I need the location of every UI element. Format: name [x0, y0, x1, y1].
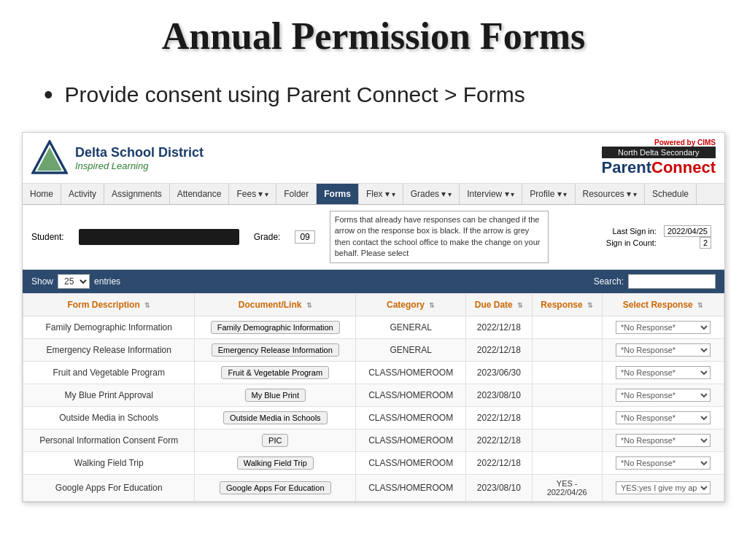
powered-by-text: Powered by CIMS [602, 139, 716, 147]
cell-doc-link: Google Apps For Education [195, 474, 356, 501]
nav-item-grades[interactable]: Grades ▾ [403, 184, 460, 204]
cell-response [532, 451, 602, 474]
entries-label: entries [94, 276, 120, 287]
table-row: Personal Information Consent FormPICCLAS… [23, 429, 724, 451]
signin-info: Last Sign in: 2022/04/25 Sign in Count: … [602, 225, 716, 249]
nav-item-flex[interactable]: Flex ▾ [359, 184, 403, 204]
cell-due-date: 2023/08/10 [466, 474, 532, 501]
subtitle-text: Provide consent using Parent Connect > F… [65, 82, 525, 107]
cell-doc-link: My Blue Print [195, 384, 356, 406]
response-select[interactable]: YES:yes I give my approval [616, 481, 711, 494]
signin-count-label: Sign in Count: [603, 238, 659, 248]
school-logo: Delta School District Inspired Learning [31, 140, 204, 176]
cell-category: CLASS/HOMEROOM [356, 429, 466, 451]
nav-item-profile[interactable]: Profile ▾ [522, 184, 575, 204]
col-select-response[interactable]: Select Response ⇅ [602, 293, 724, 316]
cell-category: GENERAL [356, 316, 466, 338]
cell-form-desc: Outside Media in Schools [23, 406, 195, 429]
doc-link-button[interactable]: Emergency Release Information [212, 343, 339, 357]
nav-item-forms[interactable]: Forms [317, 184, 359, 204]
col-due-date[interactable]: Due Date ⇅ [466, 293, 532, 316]
doc-link-button[interactable]: Fruit & Vegetable Program [221, 366, 329, 379]
cell-form-desc: My Blue Print Approval [23, 384, 195, 406]
doc-link-button[interactable]: Walking Field Trip [237, 456, 314, 470]
table-row: My Blue Print ApprovalMy Blue PrintCLASS… [23, 384, 724, 406]
col-form-desc[interactable]: Form Description ⇅ [23, 293, 195, 316]
show-entries-select[interactable]: 25 10 50 [58, 274, 90, 289]
student-bar: Student: Grade: 09 Forms that already ha… [23, 205, 724, 270]
cell-form-desc: Emergency Release Information [23, 338, 195, 361]
bullet-icon: • [44, 79, 53, 110]
cell-form-desc: Family Demographic Information [23, 316, 195, 338]
screenshot-container: Delta School District Inspired Learning … [22, 132, 725, 502]
nav-item-activity[interactable]: Activity [61, 184, 104, 204]
student-name-box [79, 229, 239, 245]
cell-response [532, 316, 602, 338]
cell-response [532, 338, 602, 361]
response-select[interactable]: *No Response* [616, 456, 711, 470]
cell-select-response: *No Response* [602, 451, 724, 474]
doc-link-button[interactable]: PIC [262, 434, 288, 447]
cell-response [532, 429, 602, 451]
cell-form-desc: Fruit and Vegetable Program [23, 361, 195, 384]
cell-response [532, 406, 602, 429]
cell-form-desc: Walking Field Trip [23, 451, 195, 474]
last-signin-label: Last Sign in: [603, 226, 659, 236]
cell-category: CLASS/HOMEROOM [356, 474, 466, 501]
col-category[interactable]: Category ⇅ [356, 293, 466, 316]
cell-category: GENERAL [356, 338, 466, 361]
school-logo-icon [31, 140, 68, 176]
grade-label: Grade: [254, 232, 281, 242]
cell-doc-link: PIC [195, 429, 356, 451]
table-row: Outside Media in SchoolsOutside Media in… [23, 406, 724, 429]
nav-item-attendance[interactable]: Attendance [170, 184, 230, 204]
parent-connect-logo: ParentConnect [602, 158, 716, 177]
response-select[interactable]: *No Response* [616, 321, 711, 334]
nav-item-schedule[interactable]: Schedule [645, 184, 697, 204]
grade-value: 09 [295, 230, 314, 244]
cell-select-response: *No Response* [602, 429, 724, 451]
table-row: Google Apps For EducationGoogle Apps For… [23, 474, 724, 501]
response-select[interactable]: *No Response* [616, 411, 711, 424]
cell-select-response: YES:yes I give my approval [602, 474, 724, 501]
doc-link-button[interactable]: Family Demographic Information [211, 321, 340, 334]
nav-item-fees[interactable]: Fees ▾ [229, 184, 276, 204]
cell-category: CLASS/HOMEROOM [356, 384, 466, 406]
cell-due-date: 2023/08/10 [466, 384, 532, 406]
doc-link-button[interactable]: My Blue Print [245, 389, 306, 402]
school-tagline: Inspired Learning [75, 160, 204, 171]
cell-due-date: 2022/12/18 [466, 316, 532, 338]
table-row: Emergency Release InformationEmergency R… [23, 338, 724, 361]
cell-select-response: *No Response* [602, 384, 724, 406]
nav-item-folder[interactable]: Folder [276, 184, 317, 204]
response-select[interactable]: *No Response* [616, 434, 711, 447]
cell-response [532, 361, 602, 384]
cell-category: CLASS/HOMEROOM [356, 451, 466, 474]
nav-item-resources[interactable]: Resources ▾ [576, 184, 645, 204]
cell-due-date: 2022/12/18 [466, 451, 532, 474]
cell-response [532, 384, 602, 406]
response-select[interactable]: *No Response* [616, 389, 711, 402]
cell-due-date: 2023/06/30 [466, 361, 532, 384]
cell-select-response: *No Response* [602, 361, 724, 384]
col-response[interactable]: Response ⇅ [532, 293, 602, 316]
cell-form-desc: Google Apps For Education [23, 474, 195, 501]
nav-item-home[interactable]: Home [23, 184, 61, 204]
col-doc-link[interactable]: Document/Link ⇅ [195, 293, 356, 316]
show-entries: Show 25 10 50 entries [31, 274, 120, 289]
school-header: Delta School District Inspired Learning … [23, 133, 724, 184]
doc-link-button[interactable]: Outside Media in Schools [223, 411, 328, 424]
nav-item-interview[interactable]: Interview ▾ [460, 184, 522, 204]
doc-link-button[interactable]: Google Apps For Education [220, 481, 331, 494]
table-row: Fruit and Vegetable ProgramFruit & Veget… [23, 361, 724, 384]
student-info-text: Forms that already have responses can be… [330, 211, 549, 263]
school-name: Delta School District [75, 145, 204, 160]
nav-item-assignments[interactable]: Assignments [104, 184, 170, 204]
cell-select-response: *No Response* [602, 316, 724, 338]
search-input[interactable] [628, 274, 716, 289]
cell-category: CLASS/HOMEROOM [356, 361, 466, 384]
response-select[interactable]: *No Response* [616, 366, 711, 379]
cell-due-date: 2022/12/18 [466, 338, 532, 361]
response-select[interactable]: *No Response* [616, 343, 711, 357]
cell-response: YES - 2022/04/26 [532, 474, 602, 501]
